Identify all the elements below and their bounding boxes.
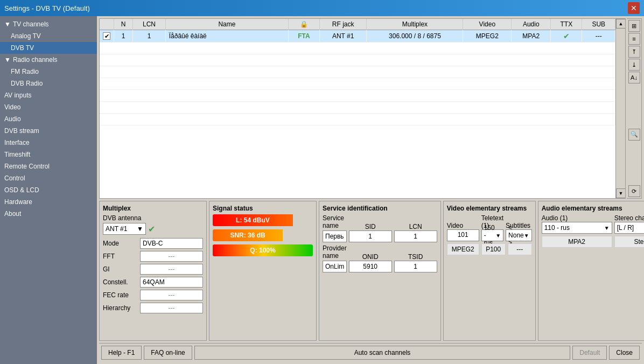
sidebar-item-label: OSD & LCD xyxy=(4,186,39,194)
table-row xyxy=(100,114,615,125)
col-lcn: LCN xyxy=(133,19,165,30)
auto-scan-button[interactable]: Auto scan channels xyxy=(194,346,571,360)
antenna-select[interactable]: ANT #1 ▼ xyxy=(103,223,146,235)
sidebar-item-label: Radio channels xyxy=(13,56,58,64)
mode-field-row: Mode DVB-C xyxy=(103,238,203,249)
sidebar-item-label: TV channels xyxy=(13,20,49,28)
sidebar-item-analog-tv[interactable]: Analog TV xyxy=(0,30,97,42)
row-checkbox[interactable]: ✔ xyxy=(103,32,110,40)
table-row xyxy=(100,90,615,102)
bottom-buttons: Help - F1 FAQ on-line Auto scan channels… xyxy=(99,343,642,362)
sidebar-item-dvb-stream[interactable]: DVB stream xyxy=(0,125,97,137)
sidebar-item-audio[interactable]: Audio xyxy=(0,113,97,125)
scroll-down-button[interactable]: ▼ xyxy=(616,188,625,198)
sidebar-item-label: Hardware xyxy=(4,198,32,206)
video-col-label: Video xyxy=(447,222,479,229)
col-n: N xyxy=(114,19,133,30)
signal-title: Signal status xyxy=(213,205,313,212)
columns-icon-button[interactable]: ⊞ xyxy=(628,20,640,32)
expand-icon: ▼ xyxy=(4,56,11,64)
audio-dropdown[interactable]: 110 - rus ▼ xyxy=(542,222,612,234)
sidebar-item-osd-lcd[interactable]: OSD & LCD xyxy=(0,184,97,196)
close-button[interactable]: Close xyxy=(609,346,640,360)
window-title: Settings - DVB TV (Default) xyxy=(4,4,90,12)
help-button[interactable]: Help - F1 xyxy=(101,346,142,360)
sidebar-item-av-inputs[interactable]: AV inputs xyxy=(0,89,97,101)
table-row xyxy=(100,102,615,114)
channel-table[interactable]: N LCN Name 🔒 RF jack Multiplex Video Aud… xyxy=(100,19,615,198)
bottom-section: Multiplex DVB antenna ANT #1 ▼ ✔ Mode DV… xyxy=(99,201,642,341)
sidebar-item-interface[interactable]: Interface xyxy=(0,137,97,149)
stereo-col-label: Stereo channel xyxy=(614,214,644,222)
col-rf-jack: RF jack xyxy=(319,19,367,30)
teletext-dropdown[interactable]: 150 - rus ▼ xyxy=(481,229,503,241)
move-top-button[interactable]: ⤒ xyxy=(628,46,640,58)
right-icon-panel: ⊞ ≡ ⤒ ⤓ A↓ 🔍 ⟳ xyxy=(627,18,642,199)
filter-icon-button[interactable]: ≡ xyxy=(628,33,640,45)
row-rf-jack: ANT #1 xyxy=(319,30,367,43)
scroll-up-button[interactable]: ▲ xyxy=(616,19,625,29)
sidebar-item-dvb-radio[interactable]: DVB Radio xyxy=(0,78,97,89)
lcn-input[interactable] xyxy=(394,230,437,242)
col-ttx: TTX xyxy=(551,19,582,30)
row-name: Ïåðâûé êàíàë xyxy=(165,30,288,43)
sidebar-item-label: Interface xyxy=(4,139,30,146)
fec-field-row: FEC rate --- xyxy=(103,290,203,300)
search-button[interactable]: 🔍 xyxy=(628,129,640,141)
service-panel: Service identification Service name SID … xyxy=(319,201,441,341)
sidebar-item-control[interactable]: Control xyxy=(0,172,97,184)
sidebar-item-video[interactable]: Video xyxy=(0,101,97,113)
tsid-input[interactable] xyxy=(394,261,437,272)
signal-L-bar: L: 54 dBuV xyxy=(213,214,313,226)
subtitles-dropdown[interactable]: < None > ▼ xyxy=(506,229,532,241)
sidebar-item-remote-control[interactable]: Remote Control xyxy=(0,160,97,172)
row-n: 1 xyxy=(114,30,133,43)
sidebar-item-label: About xyxy=(4,210,21,218)
signal-panel: Signal status L: 54 dBuV SNR: 36 dB xyxy=(209,201,317,341)
default-button[interactable]: Default xyxy=(572,346,607,360)
sidebar-item-radio-channels[interactable]: ▼ Radio channels xyxy=(0,54,97,66)
sidebar-item-label: Remote Control xyxy=(4,163,50,170)
col-video: Video xyxy=(463,19,512,30)
sidebar-item-tv-channels[interactable]: ▼ TV channels xyxy=(0,18,97,30)
signal-snr-label: SNR: 36 dB xyxy=(230,232,265,239)
title-bar: Settings - DVB TV (Default) ✕ xyxy=(0,0,644,16)
sidebar-item-label: Timeshift xyxy=(4,151,30,158)
row-ttx: ✔ xyxy=(563,32,570,40)
sidebar-item-timeshift[interactable]: Timeshift xyxy=(0,149,97,160)
refresh-button[interactable]: ⟳ xyxy=(628,185,640,197)
table-row[interactable]: ✔ 1 1 Ïåðâûé êàíàë FTA ANT #1 306.000 / … xyxy=(100,30,615,43)
sidebar-item-dvb-tv[interactable]: DVB TV xyxy=(0,42,97,54)
faq-button[interactable]: FAQ on-line xyxy=(144,346,192,360)
move-bottom-button[interactable]: ⤓ xyxy=(628,59,640,71)
audio-streams-panel: Audio elementary streams Audio (1) 110 -… xyxy=(538,201,644,341)
service-name-input[interactable] xyxy=(323,230,347,242)
onid-input[interactable] xyxy=(349,261,392,272)
expand-icon: ▼ xyxy=(4,20,11,28)
sidebar-item-about[interactable]: About xyxy=(0,208,97,220)
sort-alpha-button[interactable]: A↓ xyxy=(628,72,640,83)
sidebar-item-fm-radio[interactable]: FM Radio xyxy=(0,66,97,78)
close-window-button[interactable]: ✕ xyxy=(628,2,640,14)
dvb-antenna-label: DVB antenna xyxy=(103,214,203,222)
content-area: N LCN Name 🔒 RF jack Multiplex Video Aud… xyxy=(97,16,644,364)
gi-field-row: GI --- xyxy=(103,264,203,275)
stereo-dropdown[interactable]: [L / R] ▼ xyxy=(614,222,644,234)
dropdown-arrow-icon: ▼ xyxy=(495,233,501,239)
sidebar-item-hardware[interactable]: Hardware xyxy=(0,196,97,208)
row-multiplex: 306.000 / 8 / 6875 xyxy=(367,30,463,43)
signal-q-bar: Q: 100% xyxy=(213,244,313,256)
sid-label: SID xyxy=(349,223,392,230)
row-lcn: 1 xyxy=(133,30,165,43)
fft-label: FFT xyxy=(103,253,138,260)
sid-input[interactable] xyxy=(349,230,392,242)
constell-label: Constell. xyxy=(103,278,138,286)
hierarchy-value: --- xyxy=(140,303,203,313)
sidebar-item-label: Control xyxy=(4,174,25,182)
teletext-codec-static: P100 xyxy=(481,243,506,255)
sidebar-item-label: DVB stream xyxy=(4,127,39,135)
subtitles-codec-static: --- xyxy=(508,243,532,255)
provider-name-input[interactable] xyxy=(323,261,347,272)
fft-field-row: FFT --- xyxy=(103,251,203,262)
antenna-confirm-icon[interactable]: ✔ xyxy=(148,224,155,234)
